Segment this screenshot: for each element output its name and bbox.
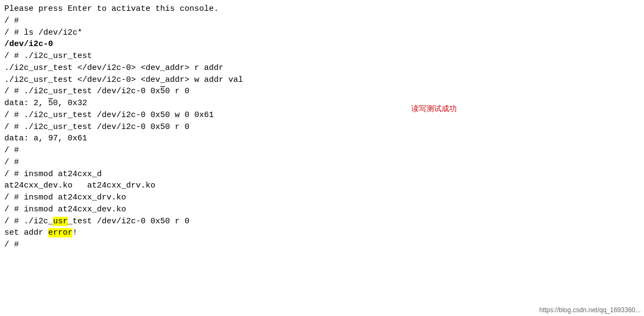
annotation-text: 读写测试成功 — [411, 104, 457, 114]
line-2-text: / # — [4, 16, 19, 25]
line-12-text: data: a, 97, 0x61 — [4, 134, 87, 143]
line-11: / # ./i2c_usr_test /dev/i2c-0 0x50 r 0 — [4, 121, 640, 133]
line-6-text: ./i2c_usr_test </dev/i2c-0> <dev_addr> r… — [4, 63, 224, 73]
line-4: /dev/i2c-0 — [4, 38, 640, 50]
terminal: Please press Enter to activate this cons… — [0, 0, 644, 316]
line-2: / # — [4, 15, 640, 27]
line-8: / # ./i2c_usr_test /dev/i2c-0 0x50 r 0 — [4, 86, 640, 98]
line-1-text: Please press Enter to activate this cons… — [4, 4, 219, 14]
line-20: set addr error! — [4, 227, 640, 239]
line-18: / # insmod at24cxx_dev.ko — [4, 204, 640, 216]
line-18-text: / # insmod at24cxx_dev.ko — [4, 205, 126, 214]
line-13-text: / # — [4, 146, 19, 155]
line-21: / # — [4, 239, 640, 251]
watermark: https://blog.csdn.net/qq_1693360... — [540, 306, 641, 314]
line-11-text: / # ./i2c_usr_test /dev/i2c-0 0x50 r 0 — [4, 122, 189, 132]
line-21-text: / # — [4, 240, 19, 249]
line-15-text: / # insmod at24cxx_d — [4, 170, 102, 179]
line-15: / # insmod at24cxx_d — [4, 169, 640, 180]
line-4-text: /dev/i2c-0 — [4, 40, 53, 49]
line-16-text: at24cxx_dev.ko at24cxx_drv.ko — [4, 181, 155, 190]
line-10: / # ./i2c_usr_test /dev/i2c-0 0x50 w 0 0… — [4, 109, 640, 121]
line-5: / # ./i2c_usr_test — [4, 50, 640, 62]
line-17: / # insmod at24cxx_drv.ko — [4, 192, 640, 204]
line-10-text: / # ./i2c_usr_test /dev/i2c-0 0x50 w 0 0… — [4, 111, 214, 120]
line-14-text: / # — [4, 158, 19, 167]
line-14: / # — [4, 157, 640, 169]
line-6: ./i2c_usr_test </dev/i2c-0> <dev_addr> r… — [4, 62, 640, 74]
line-20-text: set addr error! — [4, 228, 77, 237]
line-7: ./i2c_usr_test </dev/i2c-0> <dev_addr> w… — [4, 74, 640, 86]
line-12: data: a, 97, 0x61 — [4, 133, 640, 145]
line-3: / # ls /dev/i2c* — [4, 27, 640, 39]
line-13: / # — [4, 145, 640, 157]
line-3-text: / # ls /dev/i2c* — [4, 28, 82, 37]
line-9-text: data: 2, 50, 0x32 — [4, 99, 87, 108]
line-8-text: / # ./i2c_usr_test /dev/i2c-0 0x50 r 0 — [4, 87, 189, 96]
line-5-text: / # ./i2c_usr_test — [4, 51, 92, 61]
line-19: / # ./i2c_usr_test /dev/i2c-0 0x50 r 0 — [4, 216, 640, 228]
line-16: at24cxx_dev.ko at24cxx_drv.ko — [4, 180, 640, 192]
line-7-text: ./i2c_usr_test </dev/i2c-0> <dev_addr> w… — [4, 75, 243, 85]
line-9: data: 2, 50, 0x32 — [4, 98, 640, 109]
line-19-text: / # ./i2c_usr_test /dev/i2c-0 0x50 r 0 — [4, 217, 189, 226]
line-1: Please press Enter to activate this cons… — [4, 3, 640, 15]
line-17-text: / # insmod at24cxx_drv.ko — [4, 193, 126, 202]
